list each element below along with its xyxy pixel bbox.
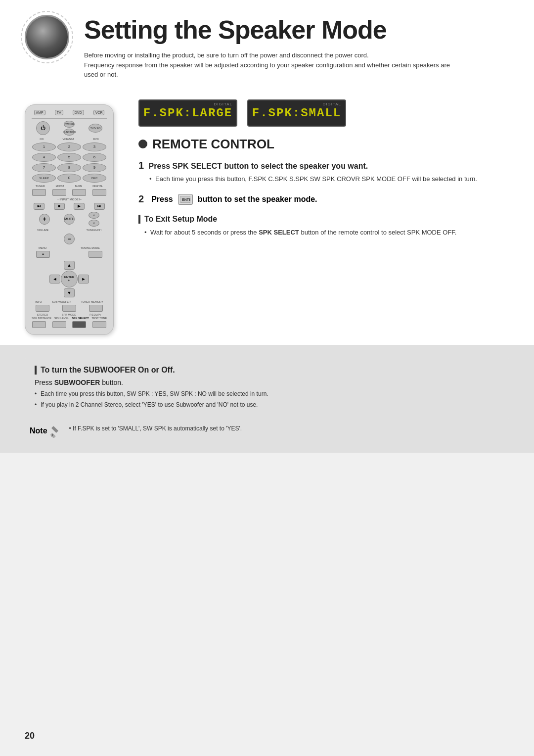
power-row: ⏻ OWNER FUNCTION TV/V.EO (29, 121, 109, 136)
num0-button[interactable]: 0 (57, 174, 81, 183)
subwoofer-title-text: To turn the SUBWOOFER On or Off. (41, 366, 175, 375)
header-description-line1: Before moving or installing the product,… (84, 50, 455, 60)
info-row (29, 305, 109, 312)
menu-button[interactable]: ≡ (36, 251, 50, 258)
note-text: • If F.SPK is set to 'SMALL', SW SPK is … (69, 424, 242, 433)
vol-label-row: VOLUMETUNING/CH (30, 229, 108, 232)
svg-rect-3 (51, 425, 58, 432)
digital-label-2: DIGITAL (322, 102, 341, 106)
num8-button[interactable]: 8 (57, 163, 81, 172)
num7-button[interactable]: 7 (32, 163, 56, 172)
menu-row: ≡ (29, 251, 109, 258)
tune-down-button[interactable]: ∨ (89, 220, 99, 227)
left-button[interactable]: ◄ (49, 275, 60, 284)
vol-up-button[interactable]: + (39, 214, 50, 225)
subwoofer-bullet2: If you play in 2 Channel Stereo, select … (35, 400, 499, 409)
tuner-memory-button[interactable] (89, 305, 103, 312)
exit-setup-bar (138, 215, 140, 224)
arrow-down-row: ▼ (49, 288, 89, 297)
tune-up-button[interactable]: ∧ (89, 212, 99, 219)
label-row1: CDVCR/SATDVD (30, 138, 108, 141)
divider1 (32, 118, 107, 119)
tv-button[interactable]: TV (55, 110, 63, 115)
main-button[interactable] (72, 189, 86, 196)
display-screen-large: DIGITAL F.SPK:LARGE (138, 99, 237, 127)
num1-button[interactable]: 1 (32, 142, 56, 151)
header-description-line2: Frequency response from the speaker will… (84, 60, 455, 80)
page-number: 20 (25, 731, 35, 741)
section-title: REMOTE CONTROL (138, 137, 509, 152)
step1-body: Each time you press this button, F.SPK C… (149, 174, 509, 184)
display-screen-small: DIGITAL F.SPK:SMALL (247, 99, 346, 127)
subwoofer-bold: SUBWOOFER (54, 378, 100, 386)
page: Setting the Speaker Mode Before moving o… (0, 0, 534, 756)
play-button[interactable]: ▶ (74, 203, 85, 210)
most-button[interactable] (52, 189, 66, 196)
function-button[interactable]: FUNCTION (64, 129, 75, 136)
note-area: Note • If F.SPK is set to 'SMALL', SW SP… (25, 424, 509, 438)
num3-button[interactable]: 3 (83, 142, 106, 151)
header: Setting the Speaker Mode Before moving o… (0, 0, 534, 90)
stereo-button[interactable] (32, 321, 46, 328)
power-icon: ⏻ (41, 125, 45, 131)
exit-setup-section: To Exit Setup Mode Wait for about 5 seco… (138, 215, 509, 237)
info-button[interactable] (36, 305, 49, 312)
num4-button[interactable]: 4 (32, 153, 56, 162)
num6-button[interactable]: 6 (83, 153, 106, 162)
transport-controls: ⏮ ■ ▶ ⏭ (29, 203, 109, 210)
right-content: DIGITAL F.SPK:LARGE DIGITAL F.SPK:SMALL … (138, 99, 509, 335)
down-button[interactable]: ▼ (64, 288, 75, 297)
right-button[interactable]: ► (78, 275, 89, 284)
mute-button[interactable]: MUTE (64, 214, 75, 225)
step1: 1 Press SPK SELECT button to select the … (138, 160, 509, 184)
enter-svg-icon: ENTER (180, 196, 190, 203)
enter-icon: ENTER (178, 194, 193, 205)
dvd-button[interactable]: DVD (73, 110, 84, 115)
digital-button[interactable] (92, 189, 106, 196)
orc-button[interactable]: ORC (83, 174, 106, 183)
step2: 2 Press ENTER button to set the speaker … (138, 193, 509, 205)
speaker-logo (25, 15, 74, 64)
note-pencil-icon (50, 424, 64, 438)
spk-mode-button[interactable] (52, 321, 66, 328)
main-content: AMP TV DVD VCR ⏻ OWNER FUNCTION TV/V.EO (0, 90, 534, 345)
arrow-up-row: ▲ (49, 261, 89, 270)
subwoofer-box: To turn the SUBWOOFER On or Off. Press S… (25, 358, 509, 419)
exit-setup-title: To Exit Setup Mode (138, 215, 509, 224)
up-button[interactable]: ▲ (64, 261, 75, 270)
enter-button[interactable]: ENTER ↵ (61, 271, 78, 287)
step1-title: Press SPK SELECT button to select the sp… (149, 162, 368, 170)
tuning-mode-button[interactable] (89, 251, 102, 258)
note-content: If F.SPK is set to 'SMALL', SW SPK is au… (73, 425, 242, 432)
vcr-button[interactable]: VCR (93, 110, 105, 115)
section-dot (138, 140, 147, 148)
power-button[interactable]: ⏻ (36, 121, 50, 135)
subwoofer-bullet1: Each time you press this button, SW SPK … (35, 389, 499, 398)
num9-button[interactable]: 9 (83, 163, 106, 172)
num5-button[interactable]: 5 (57, 153, 81, 162)
svg-rect-2 (50, 432, 56, 437)
number-grid: 1 2 3 4 5 6 7 8 9 SLEEP 0 ORC (32, 142, 106, 183)
owner-button[interactable]: OWNER (64, 121, 75, 128)
amp-button[interactable]: AMP (34, 110, 45, 115)
spk-select-button[interactable] (72, 321, 86, 328)
step2-row: 2 Press ENTER button to set the speaker … (138, 193, 509, 205)
sleep-button[interactable]: SLEEP (32, 174, 56, 183)
tv-video-button[interactable]: TV/V.EO (89, 124, 102, 133)
spk-label-row: STEREOSPK MODEP.EQL/P+ (30, 313, 108, 316)
remote-illustration: AMP TV DVD VCR ⏻ OWNER FUNCTION TV/V.EO (25, 104, 114, 335)
test-tone-button[interactable] (92, 321, 106, 328)
prev-button[interactable]: ⏮ (34, 203, 44, 210)
tuner-button[interactable] (32, 189, 46, 196)
step2-press-text: Press (151, 195, 173, 204)
next-button[interactable]: ⏭ (94, 203, 105, 210)
tuner-label-row: TUNERMO/STMAINDIGITAL (30, 185, 108, 188)
vol-down-button[interactable]: − (64, 234, 75, 244)
menu-label-row: MENUTUNING MODE (30, 246, 108, 249)
page-title: Setting the Speaker Mode (84, 15, 509, 45)
spk-row (29, 321, 109, 328)
display-text-small: F.SPK:SMALL (252, 106, 341, 120)
stop-button[interactable]: ■ (54, 203, 65, 210)
subwoofer-button[interactable] (62, 305, 76, 312)
num2-button[interactable]: 2 (57, 142, 81, 151)
